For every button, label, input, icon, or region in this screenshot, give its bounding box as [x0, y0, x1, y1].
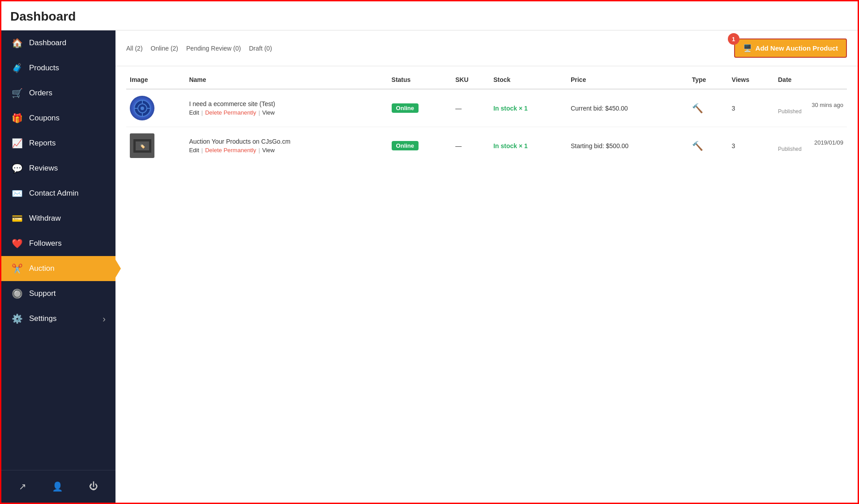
sidebar-label-settings: Settings	[29, 314, 56, 323]
product-name: I need a ecommerce site (Test)	[189, 100, 384, 107]
status-badge: Online	[392, 141, 419, 150]
products-table-container: Image Name Status SKU Stock Price Type V…	[115, 71, 858, 164]
product-stock-cell: In stock × 1	[490, 89, 567, 127]
product-status-cell: Online	[388, 89, 452, 127]
date-value: 2019/01/09	[778, 139, 843, 146]
product-image-cell: 🏷️	[126, 127, 185, 165]
settings-icon: ⚙️	[11, 313, 23, 324]
action-edit[interactable]: Edit	[189, 109, 199, 116]
external-link-icon[interactable]: ↗	[16, 478, 29, 495]
action-delete[interactable]: Delete Permanently	[205, 147, 256, 154]
sidebar-item-orders[interactable]: 🛒 Orders	[1, 81, 115, 106]
col-views: Views	[728, 71, 774, 89]
sidebar-item-coupons[interactable]: 🎁 Coupons	[1, 106, 115, 131]
product-date-cell: 30 mins ago Published	[774, 89, 847, 127]
status-badge: Online	[392, 103, 419, 113]
stock-value: In stock × 1	[493, 105, 528, 112]
col-image: Image	[126, 71, 185, 89]
support-icon: 🔘	[11, 288, 23, 299]
col-price: Price	[567, 71, 688, 89]
reports-icon: 📈	[11, 138, 23, 149]
filter-draft[interactable]: Draft (0)	[249, 45, 272, 52]
product-type-cell: 🔨	[688, 89, 728, 127]
stock-value: In stock × 1	[493, 142, 528, 149]
date-value: 30 mins ago	[778, 102, 843, 108]
filter-pending[interactable]: Pending Review (0)	[186, 45, 241, 52]
sidebar-item-contact-admin[interactable]: ✉️ Contact Admin	[1, 181, 115, 206]
dashboard-icon: 🏠	[11, 38, 23, 48]
coupons-icon: 🎁	[11, 113, 23, 124]
svg-text:🏷️: 🏷️	[140, 143, 145, 149]
filter-tabs: All (2) Online (2) Pending Review (0) Dr…	[126, 45, 272, 52]
col-status: Status	[388, 71, 452, 89]
sidebar-label-support: Support	[29, 289, 56, 298]
filter-all[interactable]: All (2)	[126, 45, 143, 52]
product-views-cell: 3	[728, 89, 774, 127]
sidebar-item-reviews[interactable]: 💬 Reviews	[1, 156, 115, 181]
notification-badge: 1	[728, 33, 739, 45]
sidebar-item-settings[interactable]: ⚙️ Settings ›	[1, 306, 115, 331]
sidebar-label-followers: Followers	[29, 239, 62, 248]
table-row: 🏷️ Auction Your Products on CJsGo.cm Edi…	[126, 127, 847, 165]
product-price-cell: Current bid: $450.00	[567, 89, 688, 127]
sidebar: 🏠 Dashboard 🧳 Products 🛒 Orders 🎁 Coupon…	[1, 30, 115, 503]
col-date: Date	[774, 71, 847, 89]
col-name: Name	[185, 71, 388, 89]
product-price-cell: Starting bid: $500.00	[567, 127, 688, 165]
sidebar-item-followers[interactable]: ❤️ Followers	[1, 231, 115, 256]
sidebar-item-products[interactable]: 🧳 Products	[1, 56, 115, 81]
product-image	[130, 96, 154, 120]
sidebar-label-dashboard: Dashboard	[29, 38, 66, 47]
product-status-cell: Online	[388, 127, 452, 165]
chevron-right-icon: ›	[103, 314, 106, 324]
add-btn-icon: 🖥️	[743, 44, 752, 52]
action-view[interactable]: View	[262, 147, 275, 154]
sidebar-item-withdraw[interactable]: 💳 Withdraw	[1, 206, 115, 231]
product-sku-cell: —	[452, 127, 490, 165]
sidebar-label-orders: Orders	[29, 89, 52, 98]
sidebar-label-coupons: Coupons	[29, 114, 60, 123]
withdraw-icon: 💳	[11, 213, 23, 224]
main-content: All (2) Online (2) Pending Review (0) Dr…	[115, 30, 858, 503]
reviews-icon: 💬	[11, 163, 23, 174]
action-delete[interactable]: Delete Permanently	[205, 109, 256, 116]
filter-online[interactable]: Online (2)	[151, 45, 178, 52]
product-name-cell: I need a ecommerce site (Test) Edit | De…	[185, 89, 388, 127]
followers-icon: ❤️	[11, 238, 23, 249]
auction-type-icon: 🔨	[692, 141, 703, 151]
sidebar-label-withdraw: Withdraw	[29, 214, 61, 223]
product-stock-cell: In stock × 1	[490, 127, 567, 165]
product-type-cell: 🔨	[688, 127, 728, 165]
sidebar-label-auction: Auction	[29, 264, 55, 273]
add-new-auction-product-button[interactable]: 1 🖥️ Add New Auction Product	[734, 38, 847, 58]
sidebar-label-products: Products	[29, 64, 59, 73]
product-date-cell: 2019/01/09 Published	[774, 127, 847, 165]
product-sku-cell: —	[452, 89, 490, 127]
sidebar-item-dashboard[interactable]: 🏠 Dashboard	[1, 30, 115, 56]
user-icon[interactable]: 👤	[49, 478, 66, 495]
col-type: Type	[688, 71, 728, 89]
sidebar-item-auction[interactable]: ✂️ Auction	[1, 256, 115, 281]
top-bar: All (2) Online (2) Pending Review (0) Dr…	[115, 30, 858, 66]
action-view[interactable]: View	[262, 109, 275, 116]
col-sku: SKU	[452, 71, 490, 89]
power-icon[interactable]: ⏻	[86, 478, 101, 495]
products-table: Image Name Status SKU Stock Price Type V…	[126, 71, 847, 164]
action-edit[interactable]: Edit	[189, 147, 199, 154]
sidebar-item-support[interactable]: 🔘 Support	[1, 281, 115, 306]
col-stock: Stock	[490, 71, 567, 89]
date-published: Published	[778, 146, 843, 152]
sidebar-label-contact-admin: Contact Admin	[29, 189, 79, 198]
sidebar-footer: ↗ 👤 ⏻	[1, 470, 115, 503]
sidebar-label-reviews: Reviews	[29, 164, 58, 173]
products-icon: 🧳	[11, 63, 23, 73]
table-row: I need a ecommerce site (Test) Edit | De…	[126, 89, 847, 127]
product-image: 🏷️	[130, 133, 154, 158]
product-views-cell: 3	[728, 127, 774, 165]
sidebar-item-reports[interactable]: 📈 Reports	[1, 131, 115, 156]
date-published: Published	[778, 108, 843, 115]
product-name-cell: Auction Your Products on CJsGo.cm Edit |…	[185, 127, 388, 165]
product-name: Auction Your Products on CJsGo.cm	[189, 138, 384, 145]
svg-point-2	[141, 107, 144, 110]
auction-type-icon: 🔨	[692, 103, 703, 113]
